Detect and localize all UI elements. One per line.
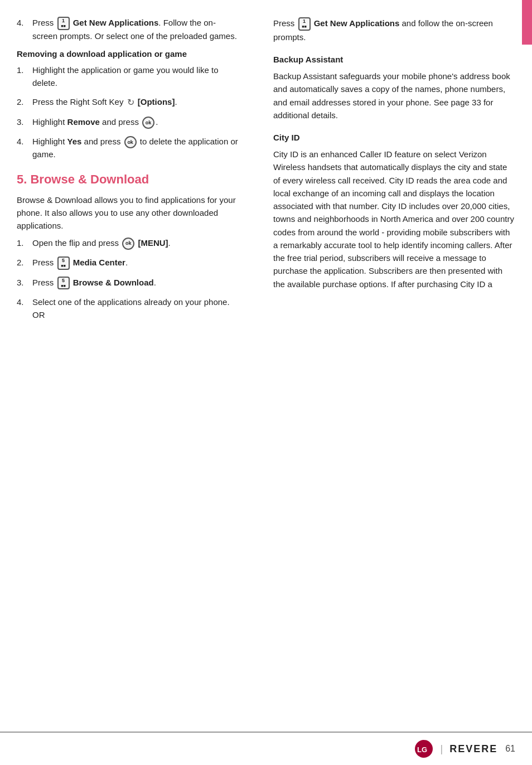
cityid-heading: City ID: [273, 133, 515, 142]
browse-step2-num: 2.: [17, 256, 32, 269]
remove-step4-content: Highlight Yes and press ok to delete the…: [32, 135, 240, 161]
remove-step2-content: Press the Right Soft Key ↻ [Options].: [32, 96, 240, 109]
browse-step3-bold: Browse & Download: [73, 278, 154, 287]
browse-step4-or: OR: [32, 310, 45, 319]
pink-tab: [522, 0, 532, 45]
step4-bold-text: Get New Applications: [73, 18, 159, 27]
step4-item: 4. Press 1 ■■ Get New Applications. Foll…: [17, 17, 240, 42]
remove-step2-num: 2.: [17, 96, 32, 109]
remove-step3-content: Highlight Remove and press ok.: [32, 116, 240, 129]
footer-logo-area: LG | REVERE 61: [414, 739, 515, 758]
footer: LG | REVERE 61: [0, 732, 532, 765]
remove-step4-num: 4.: [17, 135, 32, 148]
browse-step2-bold: Media Center: [73, 258, 125, 267]
browse-step1-content: Open the flip and press ok [MENU].: [32, 237, 240, 250]
remove-step3-num: 3.: [17, 116, 32, 129]
browse-step4: 4. Select one of the applications alread…: [17, 296, 240, 321]
step4-content: Press 1 ■■ Get New Applications. Follow …: [32, 17, 240, 42]
remove-step1-content: Highlight the application or game you wo…: [32, 64, 240, 89]
ok-icon-menu: ok: [122, 238, 134, 250]
remove-step3-bold: Remove: [67, 117, 100, 127]
key-5-browse-icon: 5 ■■: [57, 277, 70, 290]
step4-press-label: Press: [32, 18, 54, 27]
left-column: 4. Press 1 ■■ Get New Applications. Foll…: [17, 17, 251, 328]
remove-step1: 1. Highlight the application or game you…: [17, 64, 240, 89]
remove-step1-num: 1.: [17, 64, 32, 77]
browse-step1-num: 1.: [17, 237, 32, 250]
lg-logo-icon: LG: [414, 739, 433, 758]
footer-brand: REVERE: [449, 743, 497, 755]
cityid-text: City ID is an enhanced Caller ID feature…: [273, 148, 515, 290]
browse-step4-content: Select one of the applications already o…: [32, 296, 240, 321]
backup-section: Backup Assistant Backup Assistant safegu…: [273, 55, 515, 122]
remove-step4: 4. Highlight Yes and press ok to delete …: [17, 135, 240, 161]
ok-icon-yes: ok: [124, 136, 137, 148]
browse-step1: 1. Open the flip and press ok [MENU].: [17, 237, 240, 250]
browse-step3-num: 3.: [17, 277, 32, 289]
browse-step4-num: 4.: [17, 296, 32, 309]
browse-step2: 2. Press 5 ■■ Media Center.: [17, 256, 240, 270]
svg-text:LG: LG: [417, 745, 427, 754]
page-container: 4. Press 1 ■■ Get New Applications. Foll…: [0, 0, 532, 765]
removing-heading: Removing a download application or game: [17, 49, 240, 59]
remove-step2-options: [Options]: [138, 97, 175, 106]
cityid-section: City ID City ID is an enhanced Caller ID…: [273, 133, 515, 290]
right-top-step: Press 1 ■■ Get New Applications and foll…: [273, 17, 515, 43]
ok-icon-remove: ok: [142, 117, 154, 129]
remove-step4-bold: Yes: [67, 137, 82, 146]
footer-page-number: 61: [505, 744, 515, 754]
browse-intro: Browse & Download allows you to find app…: [17, 193, 240, 233]
browse-step2-content: Press 5 ■■ Media Center.: [32, 256, 240, 270]
key-1-right-icon: 1 ■■: [298, 17, 311, 31]
browse-heading: 5. Browse & Download: [17, 172, 240, 187]
footer-pipe: |: [440, 743, 443, 755]
browse-step3: 3. Press 5 ■■ Browse & Download.: [17, 277, 240, 290]
remove-step2: 2. Press the Right Soft Key ↻ [Options].: [17, 96, 240, 109]
soft-key-icon: ↻: [127, 96, 134, 109]
right-column: Press 1 ■■ Get New Applications and foll…: [268, 17, 515, 328]
browse-step3-content: Press 5 ■■ Browse & Download.: [32, 277, 240, 290]
remove-step3: 3. Highlight Remove and press ok.: [17, 116, 240, 129]
step4-number: 4.: [17, 17, 32, 30]
backup-text: Backup Assistant safeguards your mobile …: [273, 70, 515, 122]
browse-step1-menu: [MENU]: [138, 238, 168, 248]
key-5-media-icon: 5 ■■: [57, 256, 70, 270]
key-1-icon: 1 ■■: [57, 17, 70, 30]
backup-heading: Backup Assistant: [273, 55, 515, 64]
right-top-text: Press 1 ■■ Get New Applications and foll…: [273, 17, 515, 43]
right-top-bold: Get New Applications: [314, 18, 400, 28]
